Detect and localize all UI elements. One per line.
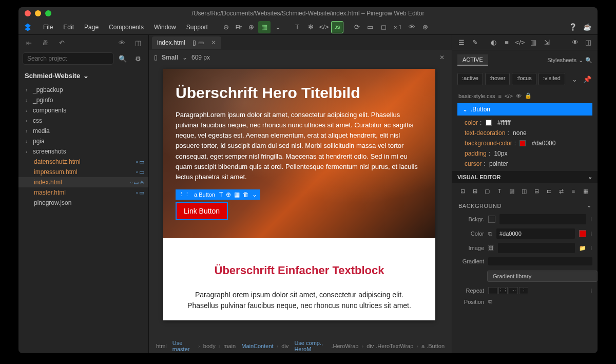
maximize-window-button[interactable] — [45, 10, 51, 16]
target-icon[interactable]: ⊛ — [419, 21, 432, 33]
background-section-header[interactable]: BACKGROUND ⌄ — [452, 199, 598, 212]
state-active[interactable]: :active — [457, 73, 483, 85]
minimize-window-button[interactable] — [35, 10, 41, 16]
panel-icon[interactable]: ◫ — [582, 36, 594, 49]
tree-file[interactable]: pinegrow.json — [18, 198, 148, 208]
text-tool-icon[interactable]: T — [291, 21, 303, 33]
bug-icon[interactable]: ✻ — [304, 21, 317, 33]
drag-handle-icon[interactable]: ⋮⋮ — [179, 191, 190, 198]
swatch-icon[interactable] — [488, 216, 495, 223]
size-icon[interactable]: ◫ — [519, 186, 529, 196]
viewport-size-label[interactable]: Small — [162, 54, 178, 61]
close-view-icon[interactable]: ✕ — [439, 54, 445, 61]
editor-tab[interactable]: index.html ▯ ▭ ✕ — [152, 36, 221, 49]
js-toggle-icon[interactable]: JS — [331, 21, 343, 33]
more-icon[interactable]: ⁞ — [590, 288, 592, 294]
collapse-panel-icon[interactable]: ⇤ — [23, 36, 35, 49]
tree-file[interactable]: impressum.html▫▭ — [18, 167, 148, 177]
repeat-xy[interactable]: ⋮⋮ — [498, 287, 508, 294]
gradient-library-button[interactable]: Gradient library — [487, 271, 598, 282]
position-icon[interactable]: ⊏ — [544, 186, 554, 196]
more-icon[interactable]: ⁞ — [590, 216, 592, 223]
selection-chip[interactable]: ⋮⋮ a.Button T ⊕ ▦ 🗑 ⌄ — [176, 189, 260, 200]
tree-folder[interactable]: ›_pginfo — [18, 95, 148, 105]
repeat-x[interactable]: ⋯ — [509, 287, 518, 294]
fit-label[interactable]: Fit — [234, 24, 244, 30]
panel-icon[interactable]: ◫ — [132, 36, 144, 49]
folder-icon[interactable]: 📁 — [579, 245, 586, 252]
eye-icon[interactable]: 👁 — [116, 36, 128, 49]
target-icon[interactable]: ⊕ — [226, 191, 231, 198]
tree-folder[interactable]: ›css — [18, 116, 148, 126]
zoom-out-icon[interactable]: ⊖ — [220, 21, 233, 33]
breadcrumb-item[interactable]: html Use master — [156, 340, 195, 352]
search-icon[interactable]: 🔍 — [585, 57, 592, 64]
bg-input[interactable] — [499, 214, 586, 224]
visual-editor-header[interactable]: VISUAL EDITOR ⌄ — [452, 171, 598, 183]
settings-sliders-icon[interactable]: ⚙ — [132, 52, 144, 65]
image-icon[interactable]: 🖼 — [488, 245, 494, 251]
zoom-in-icon[interactable]: ⊕ — [245, 21, 257, 33]
state-hover[interactable]: :hover — [485, 73, 510, 85]
tree-folder[interactable]: ›screenshots — [18, 146, 148, 157]
sliders-icon[interactable]: ☰ — [455, 36, 468, 49]
menu-page[interactable]: Page — [80, 22, 103, 33]
bg-color-input[interactable] — [496, 228, 575, 239]
css-selector[interactable]: ⌄ .Button — [457, 103, 592, 116]
eye-icon[interactable]: 👁 — [516, 93, 522, 99]
layout-grid-icon[interactable]: ▦ — [258, 21, 271, 33]
media-icon[interactable]: ≡ — [500, 36, 513, 49]
coffee-icon[interactable]: ☕ — [581, 21, 593, 33]
tree-folder[interactable]: ›components — [18, 105, 148, 116]
textblock-title[interactable]: Überschrift Einfacher Textblock — [179, 264, 420, 277]
transform-icon[interactable]: ⇄ — [556, 186, 566, 196]
breadcrumb-item[interactable]: a.Button — [421, 343, 445, 349]
bg-image-input[interactable] — [498, 243, 575, 253]
refresh-icon[interactable]: ⟳ — [351, 21, 363, 33]
chain-icon[interactable]: ⧉ — [488, 298, 492, 305]
trash-icon[interactable]: 🗑 — [243, 191, 249, 198]
eye-icon[interactable]: 👁 — [569, 36, 581, 49]
text-edit-icon[interactable]: T — [219, 191, 223, 198]
device-mobile-icon[interactable]: ▯ — [154, 54, 158, 61]
code-icon[interactable]: </> — [514, 36, 526, 49]
hero-button[interactable]: Link Button — [176, 202, 228, 220]
text-icon[interactable]: T — [494, 186, 505, 196]
state-visited[interactable]: :visited — [538, 73, 565, 85]
css-prop[interactable]: padding: 10px — [457, 148, 592, 159]
save-icon[interactable]: 🖶 — [39, 36, 51, 49]
breadcrumb-item[interactable]: main MainContent — [223, 343, 273, 349]
app-logo-icon[interactable] — [23, 22, 33, 32]
chevron-down-icon[interactable]: ⌄ — [252, 191, 257, 198]
lock-icon[interactable]: 🔒 — [525, 92, 532, 99]
tree-file-active[interactable]: index.html▫▭✳ — [18, 177, 148, 187]
project-search-input[interactable] — [23, 52, 113, 65]
breadcrumb-item[interactable]: div.HeroTextWrap — [367, 343, 413, 349]
flex-icon[interactable]: ⊟ — [531, 186, 542, 196]
color-swatch-icon[interactable] — [579, 230, 586, 237]
grid-icon[interactable]: ▦ — [234, 191, 240, 198]
css-file-header[interactable]: basic-style.css ≡ </> 👁 🔒 — [452, 88, 598, 103]
tree-file[interactable]: datenschutz.html▫▭ — [18, 157, 148, 167]
menu-file[interactable]: File — [39, 22, 57, 33]
close-tab-icon[interactable]: ✕ — [211, 39, 216, 46]
background-icon[interactable]: ▨ — [507, 186, 517, 196]
menu-edit[interactable]: Edit — [59, 22, 78, 33]
menu-support[interactable]: Support — [182, 22, 212, 33]
css-prop[interactable]: color: #ffffff — [457, 118, 592, 128]
active-tab[interactable]: ACTIVE — [457, 54, 488, 66]
chevron-down-icon[interactable]: ⌄ — [569, 73, 580, 85]
close-window-button[interactable] — [25, 10, 31, 16]
code-icon[interactable]: </> — [318, 21, 330, 33]
menu-window[interactable]: Window — [150, 22, 180, 33]
textblock-section[interactable]: Überschrift Einfacher Textblock Paragrap… — [163, 238, 435, 320]
more-icon[interactable]: ⁞ — [590, 245, 592, 252]
brush-icon[interactable]: ✎ — [469, 36, 481, 49]
mobile-icon[interactable]: ▯ — [192, 39, 196, 46]
breadcrumb-item[interactable]: body — [203, 343, 216, 349]
hero-section[interactable]: Überschrift Hero Titelbild ParagraphLore… — [163, 69, 435, 238]
chevron-down-icon[interactable]: ⌄ — [182, 54, 187, 61]
tree-file[interactable]: master.html▫▭ — [18, 187, 148, 198]
export-icon[interactable]: ⇲ — [541, 36, 553, 49]
tree-folder[interactable]: ›media — [18, 126, 148, 136]
